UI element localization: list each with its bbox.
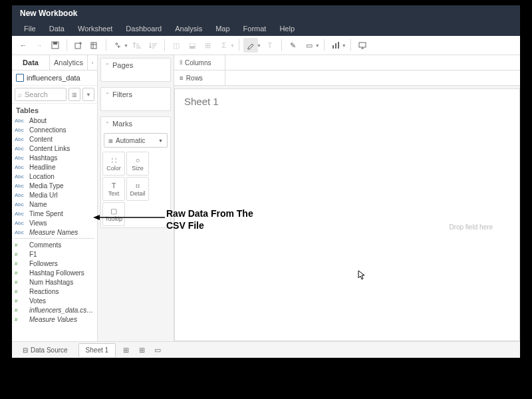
menu-data[interactable]: Data <box>43 25 71 33</box>
field-name[interactable]: AbcName <box>12 200 97 209</box>
highlight-button[interactable] <box>243 38 258 53</box>
tab-data[interactable]: Data <box>12 55 50 70</box>
rows-label: Rows <box>186 74 203 82</box>
columns-shelf[interactable]: ⦀Columns <box>174 55 520 70</box>
presentation-button[interactable] <box>355 38 370 53</box>
sort-asc-button[interactable] <box>130 38 144 53</box>
field-label: Measure Values <box>29 316 94 323</box>
field-content[interactable]: AbcContent <box>12 134 97 144</box>
number-type-icon: # <box>15 298 27 304</box>
forward-button[interactable]: → <box>32 38 47 53</box>
rows-shelf[interactable]: ≡Rows <box>174 70 520 86</box>
mark-detail-button[interactable]: ⠶Detail <box>126 177 149 201</box>
data-source-tab[interactable]: ⊟Data Source <box>16 343 74 356</box>
drop-field-hint: Drop field here <box>175 114 519 340</box>
mark-type-dropdown[interactable]: ⊞Automatic ▼ <box>104 133 168 148</box>
sort-desc-button[interactable] <box>146 38 160 53</box>
totals-button[interactable]: Σ <box>217 38 231 53</box>
new-worksheet-button[interactable] <box>87 38 102 53</box>
number-type-icon: # <box>15 307 27 313</box>
svg-rect-8 <box>332 45 334 49</box>
datasource-row[interactable]: influencers_data <box>12 70 97 86</box>
view-area: ⦀Columns ≡Rows Sheet 1 Drop field here <box>174 55 520 341</box>
field-label: About <box>29 117 94 124</box>
field-f1[interactable]: #F1 <box>12 249 97 259</box>
field-influencers-data-csv-c-[interactable]: #influencers_data.csv (C... <box>12 305 97 315</box>
field-num-hashtags[interactable]: #Num Hashtags <box>12 277 97 287</box>
field-measure-values[interactable]: #Measure Values <box>12 315 97 324</box>
field-headline[interactable]: AbcHeadline <box>12 162 97 172</box>
new-story-button[interactable]: ▭ <box>152 344 164 356</box>
field-label: Views <box>29 219 94 227</box>
mark-tooltip-button[interactable]: ▢Tooltip <box>102 202 125 226</box>
mark-size-button[interactable]: ○Size <box>126 152 149 176</box>
menu-worksheet[interactable]: Worksheet <box>71 25 119 33</box>
field-hashtag-followers[interactable]: #Hashtag Followers <box>12 268 97 277</box>
field-label: influencers_data.csv (C... <box>29 307 94 314</box>
svg-rect-5 <box>91 43 96 49</box>
save-button[interactable] <box>48 38 63 53</box>
text-type-icon: Abc <box>15 201 27 207</box>
size-icon: ○ <box>136 156 140 165</box>
filter-fields-button[interactable]: ▥ <box>68 88 80 101</box>
mark-text-button[interactable]: TText <box>102 177 125 201</box>
pages-label: Pages <box>112 61 133 69</box>
search-icon: ⌕ <box>18 91 22 98</box>
field-comments[interactable]: #Comments <box>12 240 97 249</box>
back-button[interactable]: ← <box>16 38 31 53</box>
pages-card[interactable]: ⌃Pages <box>100 58 171 82</box>
field-views[interactable]: AbcViews <box>12 218 97 227</box>
detail-icon: ⠶ <box>135 181 140 190</box>
field-time-spent[interactable]: AbcTime Spent <box>12 209 97 218</box>
field-hashtags[interactable]: AbcHashtags <box>12 153 97 162</box>
pin-button[interactable]: ✎ <box>286 38 301 53</box>
canvas[interactable]: Sheet 1 Drop field here <box>174 88 520 341</box>
field-reactions[interactable]: #Reactions <box>12 287 97 296</box>
aggregate-button[interactable]: ⊞ <box>201 38 215 53</box>
field-about[interactable]: AbcAbout <box>12 116 97 125</box>
new-datasource-button[interactable] <box>71 38 86 53</box>
show-me-button[interactable] <box>329 38 343 53</box>
new-dashboard-button[interactable]: ⊞ <box>136 344 148 356</box>
datasource-icon <box>16 74 24 82</box>
field-label: Comments <box>29 241 94 249</box>
field-location[interactable]: AbcLocation <box>12 172 97 181</box>
field-label: Location <box>29 173 94 180</box>
swap-button[interactable] <box>110 38 125 53</box>
field-followers[interactable]: #Followers <box>12 259 97 268</box>
menu-dashboard[interactable]: Dashboard <box>119 25 168 33</box>
field-label: Content <box>29 136 94 143</box>
show-labels-button[interactable]: ⬓ <box>185 38 200 53</box>
filters-card[interactable]: ⌃Filters <box>100 87 171 111</box>
search-input[interactable]: ⌕ Search <box>15 88 66 101</box>
text-type-icon: Abc <box>15 192 27 198</box>
menu-analysis[interactable]: Analysis <box>168 25 209 33</box>
new-sheet-button[interactable]: ⊞ <box>120 344 132 356</box>
menu-format[interactable]: Format <box>237 25 273 33</box>
fields-menu-button[interactable]: ▼ <box>82 88 94 101</box>
menu-help[interactable]: Help <box>273 25 301 33</box>
mark-cell-label: Detail <box>130 190 145 197</box>
mark-cell-label: Text <box>108 190 120 197</box>
collapse-pane-icon[interactable]: ‹ <box>88 55 97 70</box>
field-measure-names[interactable]: AbcMeasure Names <box>12 227 97 237</box>
group-button[interactable]: ◫ <box>169 38 184 53</box>
field-content-links[interactable]: AbcContent Links <box>12 144 97 153</box>
field-label: Measure Names <box>29 229 94 236</box>
field-connections[interactable]: AbcConnections <box>12 125 97 134</box>
svg-rect-1 <box>53 42 57 45</box>
sheet-tab[interactable]: Sheet 1 <box>78 343 116 357</box>
mark-color-button[interactable]: ⸬Color <box>102 152 125 176</box>
menu-map[interactable]: Map <box>209 25 236 33</box>
menu-file[interactable]: File <box>17 25 43 33</box>
tooltip-icon: ▢ <box>110 206 117 215</box>
field-label: Name <box>29 201 94 208</box>
sheet-title[interactable]: Sheet 1 <box>175 89 519 114</box>
text-type-icon: Abc <box>15 229 27 235</box>
tab-analytics[interactable]: Analytics <box>50 55 88 70</box>
field-votes[interactable]: #Votes <box>12 296 97 305</box>
field-media-type[interactable]: AbcMedia Type <box>12 181 97 190</box>
field-media-url[interactable]: AbcMedia Url <box>12 190 97 200</box>
fit-button[interactable]: ▭ <box>302 38 317 53</box>
text-button[interactable]: T <box>263 38 277 53</box>
